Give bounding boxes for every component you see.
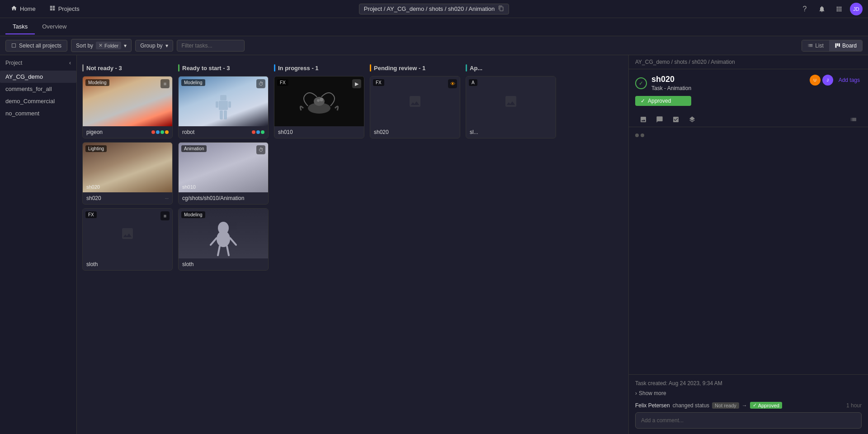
panel-tab-checklist[interactable] — [668, 113, 684, 127]
sidebar-item-ay-cg-demo[interactable]: AY_CG_demo — [0, 71, 76, 83]
card-fx-sh020-pending[interactable]: FX 👁 sh020 — [370, 76, 460, 138]
ready-label: Ready to start - 3 — [182, 65, 230, 72]
activity-time: 1 hour — [846, 402, 862, 409]
user-avatar[interactable]: JD — [850, 3, 863, 15]
group-by-button[interactable]: Group by ▾ — [135, 40, 173, 52]
panel-footer: Task created: Aug 24 2023, 9:34 AM › Sho… — [629, 374, 868, 434]
approved-badge[interactable]: ✓ Approved — [635, 96, 691, 106]
avatar-user-2[interactable]: J — [822, 75, 833, 86]
robot-color-2 — [256, 130, 260, 134]
not-ready-indicator — [82, 64, 84, 72]
robot-color-3 — [261, 130, 264, 134]
svg-point-7 — [217, 231, 230, 247]
card-sh020-type: Lighting — [85, 145, 107, 152]
list-view-button[interactable]: List — [802, 40, 829, 51]
card-fx-sh020-type: FX — [373, 79, 384, 86]
panel-tab-list-view[interactable] — [845, 113, 862, 127]
tab-tasks[interactable]: Tasks — [5, 19, 35, 34]
list-label: List — [815, 43, 824, 49]
card-sh010-type: Animation — [181, 145, 207, 152]
card-fx-sh020-eye[interactable]: 👁 — [448, 79, 457, 88]
card-sh020-dots: ··· — [165, 196, 169, 201]
card-sh020-lighting[interactable]: Lighting sh020 sh020 ··· — [82, 142, 173, 205]
help-icon-btn[interactable]: ? — [798, 3, 811, 15]
sidebar-collapse-icon[interactable]: ‹ — [69, 60, 71, 66]
filter-input[interactable] — [177, 40, 245, 52]
activity-status-new: ✓ Approved — [750, 402, 782, 409]
svg-rect-1 — [219, 101, 228, 110]
card-sh020-thumb: Lighting sh020 — [83, 143, 172, 192]
dot-2 — [641, 134, 644, 137]
sort-by-label: Sort by — [76, 43, 93, 49]
group-chevron-icon: ▾ — [165, 43, 168, 49]
card-pigeon[interactable]: Modeling ≡ pigeon — [82, 76, 173, 138]
card-robot-action[interactable]: ⏱ — [256, 79, 265, 88]
card-sh010-thumb: Animation ⏱ sh010 — [179, 143, 268, 192]
column-pending-review: Pending review - 1 FX 👁 sh020 — [370, 61, 460, 429]
folder-tag: ✕ Folder — [96, 42, 121, 49]
card-sh020-name-overlay: sh020 — [86, 184, 100, 190]
svg-rect-2 — [216, 101, 218, 108]
color-dot-1 — [151, 130, 155, 134]
activity-status-new-label: Approved — [758, 403, 779, 408]
breadcrumb-pill[interactable]: Project / AY_CG_demo / shots / sh020 / A… — [359, 4, 509, 14]
copy-icon[interactable] — [498, 5, 504, 13]
show-more-chevron: › — [635, 390, 637, 396]
board-view-button[interactable]: Board — [829, 40, 862, 51]
panel-tab-comments[interactable] — [651, 113, 668, 127]
comment-input[interactable]: Add a comment... — [635, 412, 862, 429]
approved-badge-label: Approved — [648, 98, 671, 104]
card-sh010-subtitle: cg/shots/sh010/Animation — [182, 195, 244, 201]
card-pigeon-footer: pigeon — [83, 126, 172, 138]
panel-tab-preview[interactable] — [635, 113, 651, 127]
checkbox-icon: ☐ — [11, 43, 16, 49]
card-fx-sloth[interactable]: FX ≡ sloth — [82, 208, 173, 271]
home-nav-item[interactable]: Home — [5, 3, 41, 14]
svg-line-11 — [227, 246, 229, 255]
card-pigeon-thumb: Modeling ≡ — [83, 76, 172, 126]
tab-overview[interactable]: Overview — [35, 19, 74, 34]
pending-cards: FX 👁 sh020 — [370, 76, 460, 138]
folder-x-icon[interactable]: ✕ — [99, 43, 103, 48]
card-pigeon-action[interactable]: ≡ — [160, 79, 170, 88]
card-fx-sh010[interactable]: FX ▶ sh010 — [274, 76, 364, 138]
column-in-progress-header: In progress - 1 — [274, 61, 364, 76]
grid-icon-btn[interactable] — [833, 3, 845, 15]
sidebar-header: Project ‹ — [0, 55, 76, 71]
panel-badges-row: ✓ Approved — [635, 96, 691, 106]
column-approved-header: Ap... — [466, 61, 556, 76]
svg-point-14 — [317, 99, 320, 102]
add-tags-button[interactable]: Add tags — [837, 75, 862, 85]
svg-rect-3 — [228, 101, 231, 108]
card-fx-sh010-thumb: FX ▶ — [274, 76, 364, 126]
sidebar-item-comments-for-all[interactable]: comments_for_all — [0, 83, 76, 95]
card-sh010-anim[interactable]: Animation ⏱ sh010 cg/shots/sh010/Animati… — [178, 142, 269, 205]
card-fx-sh010-play[interactable]: ▶ — [352, 79, 361, 88]
card-fx-sh010-footer: sh010 — [274, 126, 364, 138]
sidebar-item-demo-commercial[interactable]: demo_Commercial — [0, 95, 76, 107]
approved-card-type: A — [469, 79, 477, 86]
card-robot[interactable]: Modeling ⏱ robot — [178, 76, 269, 138]
panel-tab-layers[interactable] — [684, 113, 700, 127]
card-sloth-modeling[interactable]: Modeling sloth — [178, 208, 269, 271]
show-more-button[interactable]: › Show more — [635, 390, 862, 396]
avatar-user-1[interactable]: U — [810, 75, 821, 86]
column-pending-header: Pending review - 1 — [370, 61, 460, 76]
card-sh010-action[interactable]: ⏱ — [256, 145, 265, 154]
card-fx-sh010-name: sh010 — [278, 129, 293, 135]
sidebar-item-no-comment[interactable]: no_comment — [0, 107, 76, 119]
card-robot-name: robot — [182, 129, 194, 135]
task-subtype: Animation — [667, 85, 691, 91]
show-more-label: Show more — [639, 390, 666, 396]
card-fx-sloth-action[interactable]: ≡ — [160, 211, 170, 220]
activity-arrow: → — [742, 402, 747, 409]
card-approved-1[interactable]: A sl... — [466, 76, 556, 138]
card-fx-sh020-footer: sh020 — [370, 126, 460, 138]
select-all-button[interactable]: ☐ Select all projects — [5, 40, 67, 52]
projects-nav-item[interactable]: Projects — [44, 3, 85, 14]
sort-by-button[interactable]: Sort by ✕ Folder ▾ — [71, 39, 132, 52]
activity-status-old: Not ready — [712, 402, 739, 409]
home-label: Home — [20, 5, 36, 12]
column-ready-header: Ready to start - 3 — [178, 61, 269, 76]
notifications-icon-btn[interactable] — [816, 3, 828, 15]
